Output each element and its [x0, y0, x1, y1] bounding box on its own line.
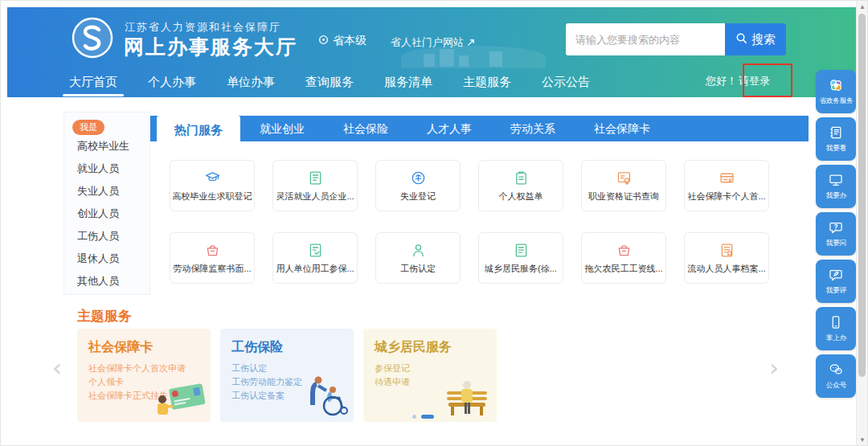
service-label: 高校毕业生求职登记	[173, 190, 252, 203]
theme-card-social-security-card[interactable]: 社会保障卡 社会保障卡个人首次申请 个人领卡 社会保障卡正式挂失	[77, 329, 211, 422]
tab-social-insurance[interactable]: 社会保险	[324, 116, 407, 141]
header-buildings-decoration	[440, 49, 454, 67]
nav-item-announcements[interactable]: 公示公告	[542, 67, 590, 97]
nav-item-company[interactable]: 单位办事	[227, 67, 275, 97]
portal-site-link[interactable]: 省人社门户网站	[391, 35, 476, 50]
widget-label: 掌上办	[825, 333, 846, 342]
service-card[interactable]: 用人单位用工参保...	[272, 232, 358, 284]
hot-services-grid: 高校毕业生求职登记 灵活就业人员企业... 失业登记 个人权益单 职业资格证书查…	[170, 160, 769, 284]
document-icon	[513, 242, 530, 259]
widget-label: 公众号	[825, 380, 846, 390]
widget-gov-service[interactable]: 省政务服务	[816, 70, 856, 113]
service-label: 社会保障卡个人首...	[687, 190, 765, 203]
nav-item-theme-services[interactable]: 主题服务	[463, 67, 511, 97]
nav-item-personal[interactable]: 个人办事	[148, 67, 196, 97]
tab-social-security-card[interactable]: 社会保障卡	[575, 116, 669, 141]
tab-labor-relations[interactable]: 劳动关系	[491, 116, 575, 141]
mobile-phone-icon	[828, 314, 844, 330]
service-card[interactable]: 劳动保障监察书面...	[170, 232, 255, 284]
audience-item-unemployed[interactable]: 失业人员	[72, 180, 149, 203]
widget-wechat-account[interactable]: 公众号	[816, 354, 856, 398]
document-icon	[307, 170, 324, 186]
audience-item-retired[interactable]: 退休人员	[72, 248, 149, 270]
service-card[interactable]: 灵活就业人员企业...	[272, 160, 358, 211]
service-card[interactable]: 失业登记	[375, 160, 461, 211]
theme-link[interactable]: 社会保障卡个人首次申请	[88, 362, 199, 375]
theme-card-work-injury-insurance[interactable]: 工伤保险 工伤认定 工伤劳动能力鉴定 工伤认定备案	[220, 329, 354, 422]
region-selector[interactable]: 省本级	[318, 34, 366, 48]
service-card[interactable]: 职业资格证书查询	[581, 160, 666, 211]
widget-i-want-to-read[interactable]: 我要看	[816, 117, 856, 161]
certificate-icon	[616, 170, 633, 186]
audience-item-employed[interactable]: 就业人员	[72, 158, 149, 180]
audience-item-other[interactable]: 其他人员	[72, 270, 149, 293]
service-label: 流动人员人事档案...	[687, 263, 765, 275]
theme-services-title: 主题服务	[77, 307, 132, 325]
service-label: 灵活就业人员企业...	[276, 190, 354, 203]
portal-title: 网上办事服务大厅	[124, 34, 297, 60]
audience-item-entrepreneur[interactable]: 创业人员	[72, 203, 149, 225]
theme-card-title: 城乡居民服务	[375, 339, 485, 356]
search-icon	[735, 32, 747, 47]
gov-service-logo-icon	[828, 77, 844, 93]
scrollbar-down-arrow-icon[interactable]: ▼	[857, 436, 868, 445]
service-card[interactable]: 拖欠农民工工资线...	[581, 232, 666, 284]
widget-i-want-to-review[interactable]: 我要评	[816, 260, 856, 303]
carousel-next-icon[interactable]: ›	[769, 356, 779, 380]
service-label: 失业登记	[400, 190, 436, 203]
greeting-text: 您好！	[706, 74, 737, 88]
graduate-cap-icon	[204, 170, 221, 186]
inbox-icon	[204, 242, 221, 259]
widget-i-want-to-do[interactable]: 我要办	[816, 165, 856, 208]
monitor-icon	[828, 172, 844, 188]
bench-elderly-illustration-icon	[440, 374, 493, 420]
audience-item-graduate[interactable]: 高校毕业生	[72, 135, 149, 158]
audience-item-work-injury[interactable]: 工伤人员	[72, 225, 149, 248]
external-link-icon	[467, 37, 476, 49]
theme-card-title: 工伤保险	[231, 339, 342, 356]
document-check-icon	[307, 242, 324, 259]
nav-item-home[interactable]: 大厅首页	[69, 67, 117, 97]
page: 江苏省人力资源和社会保障厅 网上办事服务大厅 省本级 省人社门户网站	[0, 0, 868, 446]
social-card-icon	[719, 170, 735, 186]
carousel-dot-active[interactable]	[421, 415, 434, 419]
widget-label: 省政务服务	[819, 96, 854, 105]
search-input[interactable]	[566, 23, 725, 55]
portal-link-label: 省人社门户网站	[391, 35, 464, 50]
service-label: 职业资格证书查询	[588, 190, 659, 203]
header-buildings-decoration	[489, 51, 502, 67]
tab-employment[interactable]: 就业创业	[240, 116, 324, 141]
widget-mobile-service[interactable]: 掌上办	[816, 307, 856, 350]
service-card[interactable]: 城乡居民服务(徐...	[478, 232, 563, 284]
scrollbar-up-arrow-icon[interactable]: ▲	[857, 2, 868, 12]
nav-item-query[interactable]: 查询服务	[305, 67, 354, 97]
theme-card-title: 社会保障卡	[88, 339, 199, 356]
header-buildings-decoration	[424, 54, 435, 67]
audience-badge: 我是	[72, 120, 104, 135]
tab-hot-services[interactable]: 热门服务	[157, 116, 240, 146]
search-button[interactable]: 搜索	[725, 23, 786, 55]
service-card[interactable]: 社会保障卡个人首...	[684, 160, 769, 211]
service-card[interactable]: 个人权益单	[478, 160, 563, 211]
notebook-icon	[828, 125, 844, 141]
login-link[interactable]: 请登录	[739, 74, 770, 88]
tab-talent[interactable]: 人才人事	[407, 116, 491, 141]
service-card[interactable]: 高校毕业生求职登记	[170, 160, 255, 211]
wechat-icon	[828, 362, 844, 378]
carousel-dot[interactable]	[412, 415, 416, 419]
social-card-illustration-icon	[151, 375, 207, 420]
widget-label: 我要问	[825, 238, 846, 248]
feedback-bubble-icon	[828, 267, 844, 283]
service-card[interactable]: 工伤认定	[375, 232, 461, 284]
service-label: 劳动保障监察书面...	[173, 263, 251, 275]
theme-services-carousel: 社会保障卡 社会保障卡个人首次申请 个人领卡 社会保障卡正式挂失	[77, 329, 497, 422]
scrollbar-thumb[interactable]	[858, 14, 866, 377]
service-card[interactable]: 流动人员人事档案...	[684, 232, 769, 284]
header-banner: 江苏省人力资源和社会保障厅 网上办事服务大厅 省本级 省人社门户网站	[7, 7, 858, 97]
nav-item-service-list[interactable]: 服务清单	[384, 67, 432, 97]
bureau-logo-icon	[72, 17, 113, 59]
inbox-icon	[616, 242, 633, 259]
carousel-prev-icon[interactable]: ‹	[52, 356, 62, 380]
widget-i-want-to-ask[interactable]: 我要问	[816, 212, 856, 256]
theme-card-urban-rural-residents[interactable]: 城乡居民服务 参保登记 待遇申请	[363, 329, 497, 422]
